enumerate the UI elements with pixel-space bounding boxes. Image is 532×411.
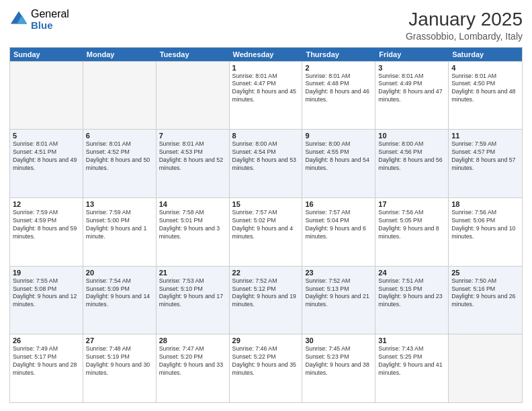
cell-info: Sunrise: 7:53 AMSunset: 5:10 PMDaylight:…: [159, 277, 226, 310]
day-cell-12: 12Sunrise: 7:59 AMSunset: 4:59 PMDayligh…: [10, 198, 83, 266]
day-number: 10: [378, 132, 445, 140]
day-number: 5: [13, 132, 80, 140]
day-number: 1: [232, 64, 300, 72]
day-number: 26: [13, 336, 80, 345]
cell-info: Sunrise: 7:46 AMSunset: 5:22 PMDaylight:…: [232, 345, 300, 377]
calendar-header: SundayMondayTuesdayWednesdayThursdayFrid…: [10, 48, 522, 61]
cell-info: Sunrise: 8:01 AMSunset: 4:48 PMDaylight:…: [305, 73, 372, 105]
day-cell-25: 25Sunrise: 7:50 AMSunset: 5:16 PMDayligh…: [449, 267, 522, 334]
day-cell-5: 5Sunrise: 8:01 AMSunset: 4:51 PMDaylight…: [10, 130, 83, 197]
day-number: 4: [451, 64, 519, 72]
day-header-monday: Monday: [83, 48, 157, 61]
day-number: 27: [86, 336, 153, 345]
day-cell-16: 16Sunrise: 7:57 AMSunset: 5:04 PMDayligh…: [302, 198, 375, 266]
logo-general: General: [31, 8, 69, 20]
day-number: 30: [305, 336, 372, 345]
day-cell-6: 6Sunrise: 8:01 AMSunset: 4:52 PMDaylight…: [83, 130, 157, 197]
cell-info: Sunrise: 8:01 AMSunset: 4:51 PMDaylight:…: [13, 140, 80, 173]
cell-info: Sunrise: 8:00 AMSunset: 4:55 PMDaylight:…: [305, 140, 372, 173]
cell-info: Sunrise: 7:56 AMSunset: 5:05 PMDaylight:…: [378, 209, 445, 241]
day-number: 7: [159, 132, 226, 140]
cell-info: Sunrise: 7:52 AMSunset: 5:12 PMDaylight:…: [232, 277, 300, 310]
cell-info: Sunrise: 7:54 AMSunset: 5:09 PMDaylight:…: [86, 277, 153, 310]
day-cell-23: 23Sunrise: 7:52 AMSunset: 5:13 PMDayligh…: [302, 267, 375, 334]
day-number: 29: [232, 336, 300, 345]
day-cell-19: 19Sunrise: 7:55 AMSunset: 5:08 PMDayligh…: [10, 267, 83, 334]
empty-cell: [10, 62, 83, 130]
empty-cell: [157, 62, 230, 130]
day-header-sunday: Sunday: [10, 48, 83, 61]
calendar-row-1: 1Sunrise: 8:01 AMSunset: 4:47 PMDaylight…: [10, 61, 522, 130]
day-number: 23: [305, 269, 372, 277]
day-number: 16: [305, 200, 372, 208]
day-cell-3: 3Sunrise: 8:01 AMSunset: 4:49 PMDaylight…: [375, 62, 449, 130]
day-number: 9: [305, 132, 372, 140]
day-cell-31: 31Sunrise: 7:43 AMSunset: 5:25 PMDayligh…: [375, 334, 449, 402]
cell-info: Sunrise: 8:01 AMSunset: 4:53 PMDaylight:…: [159, 140, 226, 173]
day-cell-7: 7Sunrise: 8:01 AMSunset: 4:53 PMDaylight…: [157, 130, 230, 197]
day-number: 8: [232, 132, 300, 140]
calendar-body: 1Sunrise: 8:01 AMSunset: 4:47 PMDaylight…: [10, 61, 522, 402]
cell-info: Sunrise: 7:45 AMSunset: 5:23 PMDaylight:…: [305, 345, 372, 377]
cell-info: Sunrise: 7:55 AMSunset: 5:08 PMDaylight:…: [13, 277, 80, 310]
day-number: 15: [232, 200, 300, 208]
title-block: January 2025 Grassobbio, Lombardy, Italy: [406, 8, 523, 42]
day-number: 11: [451, 132, 519, 140]
day-cell-2: 2Sunrise: 8:01 AMSunset: 4:48 PMDaylight…: [302, 62, 375, 130]
day-number: 6: [86, 132, 153, 140]
day-cell-8: 8Sunrise: 8:00 AMSunset: 4:54 PMDaylight…: [230, 130, 303, 197]
day-number: 18: [451, 200, 519, 208]
day-number: 22: [232, 269, 300, 277]
calendar: SundayMondayTuesdayWednesdayThursdayFrid…: [9, 47, 523, 403]
day-number: 17: [378, 200, 445, 208]
day-cell-10: 10Sunrise: 8:00 AMSunset: 4:56 PMDayligh…: [375, 130, 449, 197]
empty-cell: [83, 62, 157, 130]
header: General Blue January 2025 Grassobbio, Lo…: [9, 8, 523, 42]
empty-cell: [449, 334, 522, 402]
day-cell-20: 20Sunrise: 7:54 AMSunset: 5:09 PMDayligh…: [83, 267, 157, 334]
day-cell-28: 28Sunrise: 7:47 AMSunset: 5:20 PMDayligh…: [157, 334, 230, 402]
day-cell-17: 17Sunrise: 7:56 AMSunset: 5:05 PMDayligh…: [375, 198, 449, 266]
calendar-row-5: 26Sunrise: 7:49 AMSunset: 5:17 PMDayligh…: [10, 334, 522, 402]
day-cell-9: 9Sunrise: 8:00 AMSunset: 4:55 PMDaylight…: [302, 130, 375, 197]
day-number: 19: [13, 269, 80, 277]
cell-info: Sunrise: 7:59 AMSunset: 5:00 PMDaylight:…: [86, 209, 153, 241]
cell-info: Sunrise: 8:01 AMSunset: 4:50 PMDaylight:…: [451, 73, 519, 105]
day-number: 20: [86, 269, 153, 277]
day-number: 14: [159, 200, 226, 208]
day-number: 12: [13, 200, 80, 208]
logo: General Blue: [9, 8, 69, 31]
logo-text: General Blue: [31, 8, 69, 31]
day-number: 13: [86, 200, 153, 208]
logo-blue: Blue: [31, 20, 69, 32]
day-header-thursday: Thursday: [302, 48, 375, 61]
day-number: 25: [451, 269, 519, 277]
cell-info: Sunrise: 8:01 AMSunset: 4:49 PMDaylight:…: [378, 73, 445, 105]
day-cell-18: 18Sunrise: 7:56 AMSunset: 5:06 PMDayligh…: [449, 198, 522, 266]
cell-info: Sunrise: 7:59 AMSunset: 4:57 PMDaylight:…: [451, 140, 519, 173]
main-title: January 2025: [406, 8, 523, 31]
cell-info: Sunrise: 7:43 AMSunset: 5:25 PMDaylight:…: [378, 345, 445, 377]
day-cell-29: 29Sunrise: 7:46 AMSunset: 5:22 PMDayligh…: [230, 334, 303, 402]
day-cell-21: 21Sunrise: 7:53 AMSunset: 5:10 PMDayligh…: [157, 267, 230, 334]
day-cell-1: 1Sunrise: 8:01 AMSunset: 4:47 PMDaylight…: [230, 62, 303, 130]
calendar-row-3: 12Sunrise: 7:59 AMSunset: 4:59 PMDayligh…: [10, 197, 522, 266]
day-number: 2: [305, 64, 372, 72]
day-header-saturday: Saturday: [449, 48, 522, 61]
day-number: 21: [159, 269, 226, 277]
day-cell-24: 24Sunrise: 7:51 AMSunset: 5:15 PMDayligh…: [375, 267, 449, 334]
day-cell-26: 26Sunrise: 7:49 AMSunset: 5:17 PMDayligh…: [10, 334, 83, 402]
cell-info: Sunrise: 8:01 AMSunset: 4:47 PMDaylight:…: [232, 73, 300, 105]
cell-info: Sunrise: 7:58 AMSunset: 5:01 PMDaylight:…: [159, 209, 226, 241]
day-cell-4: 4Sunrise: 8:01 AMSunset: 4:50 PMDaylight…: [449, 62, 522, 130]
cell-info: Sunrise: 7:57 AMSunset: 5:02 PMDaylight:…: [232, 209, 300, 241]
calendar-row-4: 19Sunrise: 7:55 AMSunset: 5:08 PMDayligh…: [10, 266, 522, 334]
day-number: 28: [159, 336, 226, 345]
day-header-wednesday: Wednesday: [230, 48, 303, 61]
cell-info: Sunrise: 8:00 AMSunset: 4:54 PMDaylight:…: [232, 140, 300, 173]
logo-icon: [9, 10, 28, 29]
day-cell-15: 15Sunrise: 7:57 AMSunset: 5:02 PMDayligh…: [230, 198, 303, 266]
page: General Blue January 2025 Grassobbio, Lo…: [0, 0, 532, 411]
day-header-tuesday: Tuesday: [157, 48, 230, 61]
day-cell-22: 22Sunrise: 7:52 AMSunset: 5:12 PMDayligh…: [230, 267, 303, 334]
